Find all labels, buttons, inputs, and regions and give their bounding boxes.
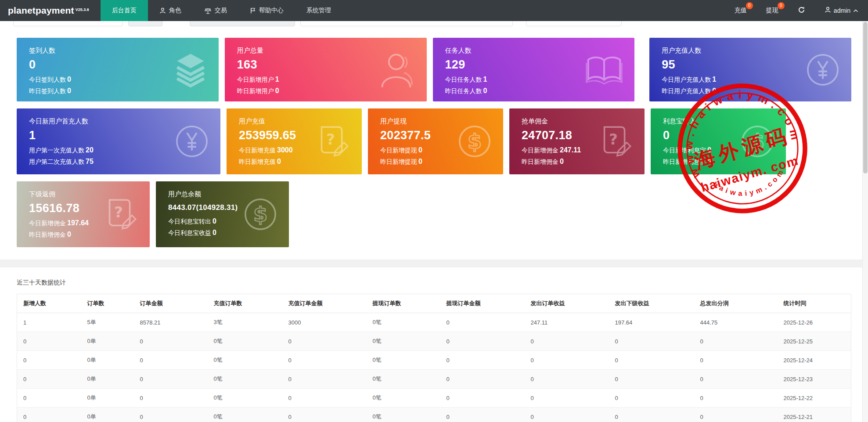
table-cell: 0	[696, 332, 779, 351]
table-header-cell: 订单数	[83, 294, 136, 313]
table-cell: 0	[526, 332, 611, 351]
table-cell: 0	[284, 332, 368, 351]
tags-view-strip	[0, 21, 868, 27]
yen-circle-icon	[175, 124, 209, 159]
table-header-cell: 提现订单数	[368, 294, 442, 313]
table-cell: 0笔	[209, 389, 284, 408]
stat-card-user-recharge: 用户充值253959.65今日新增充值3000昨日新增充值0?	[227, 108, 362, 174]
table-cell: 0	[611, 389, 696, 408]
username: admin	[834, 7, 850, 14]
svg-text:$: $	[750, 130, 764, 153]
withdraw-badge: 0	[778, 2, 785, 9]
table-row: 00单00笔00笔00002025-12-24	[17, 351, 851, 370]
table-cell: 0	[696, 351, 779, 370]
table-cell: 0笔	[368, 408, 442, 422]
table-row: 00单00笔00笔00002025-12-21	[17, 408, 851, 422]
table-cell: 5单	[83, 313, 136, 332]
table-cell: 0	[442, 351, 526, 370]
card-row-1: 签到人数0今日签到人数0昨日签到人数0用户总量163今日新增用户1昨日新增用户0…	[17, 38, 851, 101]
user-icon	[159, 7, 166, 14]
tab-stub[interactable]	[300, 21, 513, 26]
nav-item-label: 角色	[169, 7, 181, 14]
nav-item-label: 交易	[215, 7, 227, 14]
card-subline: 昨日用户充值人数0	[662, 85, 840, 97]
table-body: 15单8578.213笔30000笔0247.11197.64444.75202…	[17, 313, 851, 422]
table-cell: 0笔	[209, 332, 284, 351]
table-cell: 0	[611, 370, 696, 389]
top-navbar: planetpayment V25.3.6 后台首页角色交易帮助中心系统管理 充…	[0, 0, 868, 21]
order-icon: ?	[103, 197, 138, 231]
person-icon	[379, 51, 415, 89]
svg-text:?: ?	[114, 204, 123, 221]
nav-item-4[interactable]: 系统管理	[295, 0, 342, 21]
table-cell: 0单	[83, 332, 136, 351]
flag-icon	[250, 7, 256, 14]
table-header-cell: 总发出分润	[696, 294, 779, 313]
table-cell: 0	[136, 332, 209, 351]
stat-card-interest-in: 利息宝转入0今日新增利息宝0昨日新增利息宝0$	[651, 108, 786, 174]
table-cell: 2025-12-23	[779, 370, 851, 389]
nav-item-2[interactable]: 交易	[193, 0, 238, 21]
table-cell: 3笔	[209, 313, 284, 332]
page-scrollbar[interactable]	[862, 21, 868, 422]
table-header-cell: 提现订单金额	[442, 294, 526, 313]
navbar-right: 充值 0 提现 0 admin	[725, 0, 868, 21]
table-cell: 0	[526, 408, 611, 422]
svg-text:?: ?	[326, 131, 335, 148]
table-cell: 0	[442, 332, 526, 351]
table-cell: 0	[611, 408, 696, 422]
withdraw-button[interactable]: 提现 0	[756, 0, 788, 21]
svg-text:$: $	[468, 130, 482, 153]
stats-table: 新增人数订单数订单金额充值订单数充值订单金额提现订单数提现订单金额发出订单收益发…	[17, 294, 851, 422]
recharge-badge: 0	[746, 2, 753, 9]
user-menu[interactable]: admin	[815, 0, 868, 21]
table-cell: 0	[284, 351, 368, 370]
table-cell: 444.75	[696, 313, 779, 332]
table-cell: 0	[136, 389, 209, 408]
table-cell: 0笔	[368, 313, 442, 332]
table-cell: 0	[526, 389, 611, 408]
table-header-cell: 统计时间	[779, 294, 851, 313]
table-cell: 0	[284, 408, 368, 422]
scrollbar-thumb[interactable]	[863, 22, 868, 173]
table-cell: 0	[611, 332, 696, 351]
user-icon	[825, 7, 831, 14]
svg-text:?: ?	[609, 131, 618, 148]
table-cell: 0笔	[209, 408, 284, 422]
nav-item-3[interactable]: 帮助中心	[238, 0, 295, 21]
stat-card-task-users: 任务人数129今日任务人数1昨日任务人数0	[433, 38, 635, 101]
table-cell: 0笔	[368, 389, 442, 408]
table-cell: 0	[442, 408, 526, 422]
refresh-button[interactable]	[788, 0, 815, 21]
app-logo: planetpayment V25.3.6	[0, 5, 101, 16]
table-cell: 2025-12-26	[779, 313, 851, 332]
tab-stub[interactable]	[13, 21, 123, 26]
section-gap	[0, 260, 868, 267]
table-cell: 0	[17, 389, 83, 408]
recharge-button[interactable]: 充值 0	[725, 0, 756, 21]
layers-icon	[174, 52, 207, 87]
tab-stub[interactable]	[128, 21, 162, 26]
tab-stub[interactable]	[190, 21, 295, 26]
scales-icon	[204, 7, 212, 14]
table-cell: 8578.21	[136, 313, 209, 332]
dollar-circle-icon: $	[243, 197, 277, 231]
table-cell: 1	[17, 313, 83, 332]
nav-item-label: 系统管理	[306, 7, 331, 14]
nav-item-1[interactable]: 角色	[148, 0, 193, 21]
app-version: V25.3.6	[76, 7, 89, 12]
table-cell: 0单	[83, 408, 136, 422]
table-cell: 0	[442, 370, 526, 389]
nav-item-label: 后台首页	[112, 7, 137, 14]
order-icon: ?	[598, 124, 633, 159]
table-cell: 3000	[284, 313, 368, 332]
table-cell: 2025-12-22	[779, 389, 851, 408]
order-icon: ?	[315, 124, 350, 159]
chevron-up-icon	[853, 7, 858, 14]
stat-card-signin: 签到人数0今日签到人数0昨日签到人数0	[17, 38, 219, 101]
yen-circle-icon	[806, 53, 840, 87]
tab-stub[interactable]	[526, 21, 622, 26]
table-cell: 0	[442, 313, 526, 332]
stat-card-total-users: 用户总量163今日新增用户1昨日新增用户0	[225, 38, 427, 101]
nav-item-0[interactable]: 后台首页	[101, 0, 148, 21]
